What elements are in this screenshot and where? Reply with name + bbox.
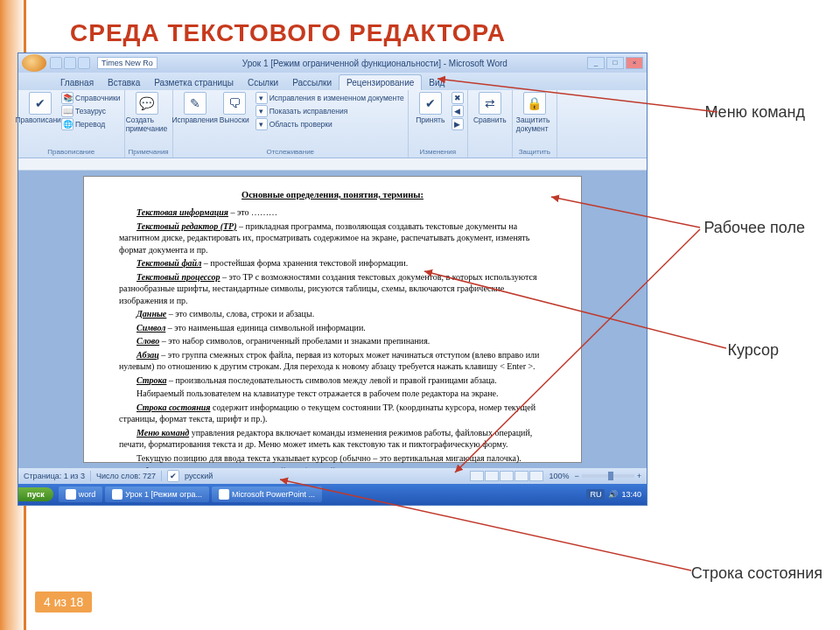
new-comment-button[interactable]: 💬 Создать примечание	[129, 92, 165, 133]
thesaurus-button[interactable]: 📖Тезаурус	[61, 105, 121, 117]
reject-icon: ✖	[452, 92, 464, 104]
group-proofing: ✔ Правописание 📚Справочники 📖Тезаурус 🌐П…	[18, 90, 125, 158]
doc-heading: Основные определения, понятия, термины:	[119, 189, 546, 201]
zoom-out-icon[interactable]: −	[574, 472, 578, 480]
tray-icon[interactable]: 🔊	[608, 490, 618, 499]
web-layout-view-button[interactable]	[500, 471, 514, 481]
print-layout-view-button[interactable]	[470, 471, 484, 481]
maximize-button[interactable]: □	[606, 57, 624, 69]
slide-number: 4 из 18	[35, 592, 92, 612]
accept-label: Принять	[416, 116, 444, 124]
balloons-label: Выноски	[220, 116, 249, 124]
doc-paragraph: Текстовый редактор (ТР) – прикладная про…	[119, 220, 546, 256]
tab-mailings[interactable]: Рассылки	[285, 75, 339, 90]
next-icon: ▶	[452, 118, 464, 130]
window-title: Урок 1 [Режим ограниченной функционально…	[163, 59, 587, 68]
taskbar-item-folder[interactable]: word	[59, 486, 103, 502]
tab-view[interactable]: Вид	[422, 75, 452, 90]
clock[interactable]: 13:40	[621, 490, 641, 499]
spellcheck-label: Правописание	[15, 116, 65, 124]
display-for-review-dropdown[interactable]: ▾Исправления в измененном документе	[256, 92, 404, 104]
accept-icon: ✔	[419, 92, 442, 115]
show-markup-dropdown[interactable]: ▾Показать исправления	[256, 105, 404, 117]
callout-workarea: Рабочее поле	[704, 219, 805, 237]
translate-button[interactable]: 🌐Перевод	[61, 118, 121, 130]
doc-paragraph: Слово – это набор символов, ограниченный…	[119, 335, 546, 347]
reject-button[interactable]: ✖	[452, 92, 464, 104]
taskbar-item-word[interactable]: Урок 1 [Режим огра...	[105, 486, 209, 502]
globe-icon: 🌐	[61, 118, 74, 130]
next-change-button[interactable]: ▶	[452, 118, 464, 130]
doc-paragraph: Строка состояния содержит информацию о т…	[119, 402, 546, 425]
zoom-level[interactable]: 100%	[549, 472, 569, 480]
powerpoint-icon	[219, 489, 229, 500]
word-window: Times New Ro Урок 1 [Режим ограниченной …	[18, 52, 648, 506]
tab-layout[interactable]: Разметка страницы	[147, 75, 241, 90]
status-page[interactable]: Страница: 1 из 3	[24, 472, 85, 480]
windows-taskbar: пуск word Урок 1 [Режим огра... Microsof…	[18, 484, 647, 505]
compare-button[interactable]: ⇄ Сравнить	[472, 92, 508, 124]
office-button[interactable]	[22, 54, 46, 72]
doc-paragraph: Строка – произвольная последовательность…	[119, 374, 546, 387]
document-page[interactable]: Основные определения, понятия, термины: …	[83, 176, 582, 463]
group-tracking-label: Отслеживание	[177, 147, 404, 156]
zoom-slider[interactable]: − +	[574, 472, 641, 480]
group-compare: ⇄ Сравнить	[468, 90, 513, 158]
doc-icon: ▾	[256, 92, 268, 104]
group-protect-label: Защитить	[516, 147, 553, 156]
tab-home[interactable]: Главная	[53, 75, 101, 90]
tab-references[interactable]: Ссылки	[241, 75, 285, 90]
thesaurus-icon: 📖	[61, 105, 74, 117]
doc-paragraph: Текстовый файл – простейшая форма хранен…	[119, 257, 546, 270]
doc-paragraph: Символ – это наименьшая единица символьн…	[119, 322, 546, 334]
protect-label: Защитить документ	[516, 116, 553, 133]
group-proofing-label: Правописание	[22, 147, 121, 156]
lock-icon: 🔒	[523, 92, 546, 115]
close-button[interactable]: ×	[626, 57, 643, 69]
system-tray: RU 🔊 13:40	[586, 489, 647, 500]
proofing-status-icon[interactable]: ✔	[167, 470, 179, 482]
folder-icon	[66, 489, 76, 500]
qat-redo-icon[interactable]	[78, 57, 90, 69]
document-area[interactable]: Основные определения, понятия, термины: …	[18, 171, 647, 468]
tab-insert[interactable]: Вставка	[101, 75, 147, 90]
doc-paragraph: Текстовая информация – это ………	[119, 206, 546, 219]
ribbon: ✔ Правописание 📚Справочники 📖Тезаурус 🌐П…	[18, 90, 647, 158]
taskbar-item-powerpoint[interactable]: Microsoft PowerPoint ...	[212, 486, 322, 502]
horizontal-ruler[interactable]	[18, 158, 647, 171]
track-changes-button[interactable]: ✎ Исправления	[177, 92, 214, 124]
status-language[interactable]: русский	[185, 472, 213, 480]
zoom-in-icon[interactable]: +	[637, 472, 641, 480]
qat-save-icon[interactable]	[50, 57, 62, 69]
minimize-button[interactable]: _	[587, 57, 605, 69]
language-indicator[interactable]: RU	[586, 489, 605, 500]
ribbon-tabs: Главная Вставка Разметка страницы Ссылки…	[18, 73, 647, 90]
group-compare-label	[472, 155, 508, 156]
prev-change-button[interactable]: ◀	[452, 105, 464, 117]
accept-button[interactable]: ✔ Принять	[412, 92, 449, 124]
balloons-button[interactable]: 🗨 Выноски	[216, 92, 253, 124]
font-selector[interactable]: Times New Ro	[97, 57, 158, 69]
balloon-icon: 🗨	[223, 92, 246, 115]
group-comments-label: Примечания	[129, 147, 169, 156]
callout-menu: Меню команд	[704, 103, 805, 122]
research-button[interactable]: 📚Справочники	[61, 92, 121, 104]
spellcheck-button[interactable]: ✔ Правописание	[22, 92, 59, 124]
status-separator	[90, 471, 91, 481]
status-separator	[161, 471, 162, 481]
status-wordcount[interactable]: Число слов: 727	[96, 472, 156, 480]
callout-statusbar: Строка состояния	[691, 564, 822, 583]
draft-view-button[interactable]	[529, 471, 543, 481]
fullscreen-view-button[interactable]	[485, 471, 499, 481]
outline-view-button[interactable]	[514, 471, 528, 481]
start-button[interactable]: пуск	[18, 487, 53, 501]
reviewing-pane-dropdown[interactable]: ▾Область проверки	[256, 118, 404, 130]
doc-paragraph: Меню команд управления редактора включае…	[119, 427, 546, 451]
doc-paragraph: Текущую позицию для ввода текста указыва…	[119, 452, 546, 465]
group-changes-label: Изменения	[412, 147, 464, 156]
comment-icon: 💬	[136, 92, 158, 115]
tab-review[interactable]: Рецензирование	[339, 74, 422, 90]
protect-button[interactable]: 🔒 Защитить документ	[516, 92, 553, 133]
track-label: Исправления	[172, 116, 217, 124]
qat-undo-icon[interactable]	[64, 57, 76, 69]
